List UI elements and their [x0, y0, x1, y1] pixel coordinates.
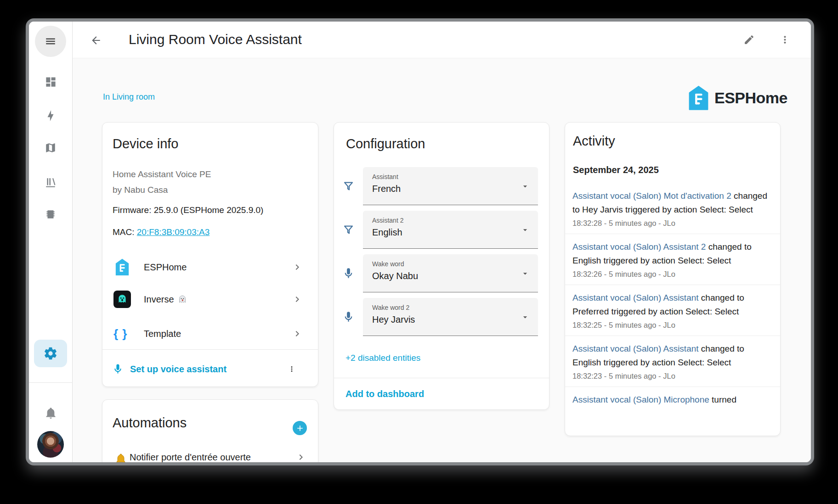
caret-down-icon	[521, 225, 530, 235]
automation-item[interactable]: Notifier porte d'entrée ouverte	[102, 449, 318, 462]
logbook-entry: Assistant vocal (Salon) Assistant change…	[565, 336, 780, 387]
disabled-entities-link[interactable]: +2 disabled entities	[345, 353, 420, 363]
caret-down-icon	[521, 269, 530, 278]
logbook-entry: Assistant vocal (Salon) Microphone turne…	[565, 387, 780, 412]
inverse-label: Inverse	[144, 294, 174, 305]
entity-link[interactable]: Assistant vocal (Salon) Mot d'activation…	[572, 191, 731, 201]
sidebar-item-dashboard[interactable]	[44, 75, 57, 89]
app-window: Living Room Voice Assistant In Living ro…	[26, 18, 814, 465]
mac-address-link[interactable]: 20:F8:3B:09:03:A3	[137, 227, 210, 237]
device-link-esphome[interactable]: ESPHome	[102, 251, 318, 283]
pencil-icon	[743, 34, 755, 45]
entry-timestamp: 18:32:28 - 5 minutes ago - JLo	[572, 218, 773, 228]
device-link-label: ESPHome	[144, 262, 187, 273]
area-link[interactable]: In Living room	[103, 92, 155, 102]
card-divider	[102, 349, 318, 350]
device-info-title: Device info	[113, 136, 178, 151]
filter-icon	[342, 180, 355, 192]
configuration-title: Configuration	[346, 136, 425, 151]
configuration-card: Configuration Assistant French Assistant…	[334, 122, 549, 410]
bookshelf-icon	[45, 176, 57, 188]
wake-word-select[interactable]: Wake word Okay Nabu	[363, 254, 538, 292]
activity-title: Activity	[573, 134, 615, 149]
filter-icon	[342, 224, 355, 236]
logbook-entry: Assistant vocal (Salon) Assistant change…	[565, 285, 780, 336]
automations-card: Automations Notifier porte d'entrée ouve…	[102, 399, 318, 462]
device-firmware: Firmware: 25.9.0 (ESPHome 2025.9.0)	[113, 205, 263, 215]
field-value: Hey Jarvis	[372, 314, 415, 325]
map-icon	[45, 142, 57, 154]
esphome-logo-icon	[687, 86, 710, 110]
logbook-entry: Assistant vocal (Salon) Assistant 2 chan…	[565, 234, 780, 285]
page-title: Living Room Voice Assistant	[129, 32, 302, 47]
sidebar	[29, 22, 73, 462]
field-value: French	[372, 184, 401, 194]
microphone-icon	[342, 267, 355, 280]
field-value: Okay Nabu	[372, 271, 418, 281]
device-manufacturer: by Nabu Casa	[113, 182, 168, 197]
chevron-right-icon	[292, 328, 303, 339]
desktop-background: Living Room Voice Assistant In Living ro…	[0, 0, 838, 504]
menu-button[interactable]	[35, 26, 66, 57]
back-button[interactable]	[90, 34, 102, 46]
bell-emoji-icon	[115, 453, 126, 462]
kebab-icon	[286, 364, 297, 375]
entry-text: turned	[709, 395, 736, 404]
field-value: English	[372, 227, 402, 238]
device-actions: Set up voice assistant	[102, 355, 318, 383]
setup-label: Set up voice assistant	[130, 364, 226, 375]
activity-date: September 24, 2025	[573, 165, 659, 175]
microphone-icon	[112, 364, 124, 375]
device-link-label: Inverse	[144, 294, 187, 305]
overflow-menu-button[interactable]	[779, 34, 791, 46]
sidebar-item-notifications[interactable]	[44, 406, 57, 420]
device-link-label: Template	[144, 329, 181, 339]
user-avatar[interactable]	[37, 431, 64, 458]
mac-label: MAC:	[113, 227, 137, 237]
braces-icon: { }	[113, 327, 128, 341]
edit-button[interactable]	[743, 34, 755, 46]
entry-timestamp: 18:32:23 - 5 minutes ago - JLo	[572, 371, 773, 381]
dashboard-icon	[45, 76, 57, 88]
ghost-app-icon	[113, 291, 131, 308]
card-divider	[334, 378, 549, 378]
brand-name: ESPHome	[714, 89, 787, 107]
chip-icon	[45, 208, 57, 220]
device-mac: MAC: 20:F8:3B:09:03:A3	[113, 227, 210, 237]
sidebar-item-energy[interactable]	[44, 109, 57, 123]
entity-link[interactable]: Assistant vocal (Salon) Microphone	[572, 395, 709, 404]
esphome-app-icon	[113, 258, 131, 276]
device-actions-menu-button[interactable]	[286, 364, 297, 375]
setup-voice-assistant-button[interactable]: Set up voice assistant	[112, 364, 226, 375]
sidebar-item-settings[interactable]	[34, 340, 67, 367]
activity-list: Assistant vocal (Salon) Mot d'activation…	[565, 183, 780, 412]
assistant-2-select[interactable]: Assistant 2 English	[363, 211, 538, 249]
sidebar-item-devices[interactable]	[44, 207, 57, 221]
device-link-inverse[interactable]: Inverse	[102, 283, 318, 315]
hamburger-icon	[45, 35, 57, 47]
wake-word-2-select[interactable]: Wake word 2 Hey Jarvis	[363, 298, 538, 336]
field-label: Wake word	[372, 260, 404, 268]
entity-link[interactable]: Assistant vocal (Salon) Assistant 2	[572, 242, 706, 252]
entity-link[interactable]: Assistant vocal (Salon) Assistant	[572, 344, 699, 353]
automation-label: Notifier porte d'entrée ouverte	[130, 452, 251, 462]
plus-icon	[295, 424, 305, 433]
device-link-template[interactable]: { } Template	[102, 318, 318, 350]
entity-link[interactable]: Assistant vocal (Salon) Assistant	[572, 293, 699, 302]
chevron-right-icon	[295, 452, 306, 462]
main-content: In Living room ESPHome Device info Home …	[73, 58, 811, 462]
sidebar-item-logbook[interactable]	[44, 175, 57, 189]
device-info-card: Device info Home Assistant Voice PE by N…	[102, 122, 318, 387]
field-label: Assistant	[372, 173, 398, 180]
sidebar-item-map[interactable]	[44, 141, 57, 155]
bell-icon	[45, 407, 57, 419]
app-header: Living Room Voice Assistant	[73, 22, 811, 58]
entry-timestamp: 18:32:25 - 5 minutes ago - JLo	[572, 320, 773, 330]
assistant-select[interactable]: Assistant French	[363, 167, 538, 205]
add-to-dashboard-link[interactable]: Add to dashboard	[345, 389, 424, 399]
add-automation-button[interactable]	[293, 421, 307, 435]
field-label: Wake word 2	[372, 304, 409, 311]
caret-down-icon	[521, 313, 530, 322]
gear-icon	[43, 346, 58, 361]
chevron-right-icon	[292, 294, 303, 305]
